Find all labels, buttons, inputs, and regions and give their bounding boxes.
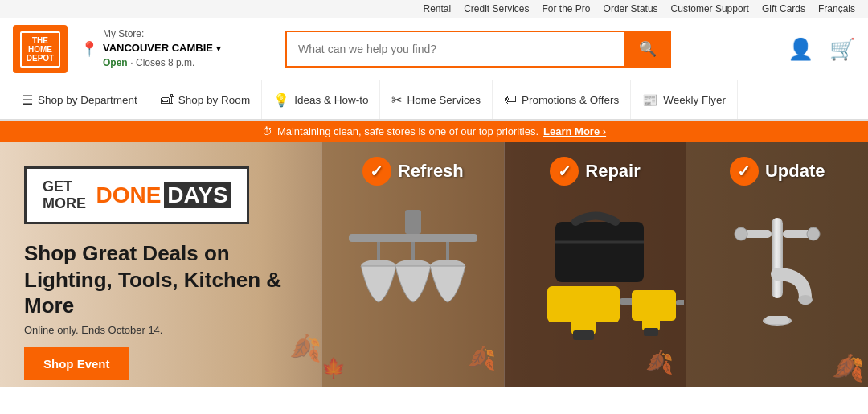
- logo-line1: THE: [27, 36, 54, 45]
- tools-svg: [507, 206, 684, 342]
- hero-left: GET MORE DONE DAYS Shop Great Deals on L…: [0, 142, 321, 387]
- alert-learn-more[interactable]: Learn More ›: [543, 125, 606, 137]
- nav-shop-by-room[interactable]: 🛋 Shop by Room: [149, 80, 262, 119]
- panel-refresh-label: ✓ Refresh: [362, 157, 464, 186]
- svg-rect-18: [772, 218, 783, 298]
- nav-promotions[interactable]: 🏷 Promotions & Offers: [493, 80, 631, 119]
- main-nav: ☰ Shop by Department 🛋 Shop by Room 💡 Id…: [0, 80, 868, 121]
- header: THE HOME DEPOT 📍 My Store: VANCOUVER CAM…: [0, 18, 868, 80]
- svg-rect-1: [349, 234, 477, 242]
- hero-subtext: Online only. Ends October 14.: [24, 324, 297, 336]
- update-product-image: [717, 202, 837, 346]
- alert-icon: ⏱: [262, 125, 272, 137]
- utility-gift-cards[interactable]: Gift Cards: [762, 3, 805, 14]
- check-update-icon: ✓: [730, 157, 759, 186]
- account-icon[interactable]: 👤: [788, 37, 813, 62]
- utility-bar: Rental Credit Services For the Pro Order…: [0, 0, 868, 18]
- utility-rental[interactable]: Rental: [423, 3, 451, 14]
- alert-banner: ⏱ Maintaining clean, safe stores is one …: [0, 121, 868, 142]
- leaf-right: 🍂: [832, 353, 864, 383]
- utility-pro[interactable]: For the Pro: [542, 3, 591, 14]
- panel-repair-label: ✓ Repair: [550, 157, 640, 186]
- alert-message: Maintaining clean, safe stores is one of…: [277, 125, 538, 137]
- store-name: VANCOUVER CAMBIE ▾: [103, 41, 221, 55]
- check-refresh-icon: ✓: [362, 157, 391, 186]
- nav-services-label: Home Services: [407, 94, 481, 106]
- repair-product-image: [507, 202, 684, 346]
- hero-panels: ✓ Refresh: [321, 142, 868, 387]
- faucet-svg: [717, 202, 837, 346]
- svg-rect-2: [377, 242, 380, 262]
- hero-section: GET MORE DONE DAYS Shop Great Deals on L…: [0, 142, 868, 387]
- nav-weekly-flyer[interactable]: 📰 Weekly Flyer: [631, 80, 738, 119]
- lighting-fixture-svg: [333, 210, 493, 338]
- promo-badge: GET MORE DONE DAYS: [24, 166, 249, 224]
- store-details: My Store: VANCOUVER CAMBIE ▾ Open · Clos…: [103, 27, 221, 70]
- logo[interactable]: THE HOME DEPOT: [13, 25, 68, 73]
- sofa-icon: 🛋: [161, 92, 174, 107]
- svg-rect-0: [405, 210, 421, 234]
- svg-point-23: [807, 227, 820, 240]
- svg-rect-17: [644, 328, 658, 336]
- hero-headline: Shop Great Deals on Lighting, Tools, Kit…: [24, 240, 297, 319]
- newspaper-icon: 📰: [642, 92, 658, 108]
- svg-rect-15: [642, 310, 660, 330]
- logo-line2: HOME: [27, 45, 54, 54]
- nav-shop-by-department[interactable]: ☰ Shop by Department: [10, 80, 149, 119]
- leaf-decoration-2: 🍂: [645, 349, 674, 375]
- hamburger-icon: ☰: [22, 92, 33, 108]
- hero-panel-refresh: ✓ Refresh: [321, 142, 504, 387]
- nav-ideas-label: Ideas & How-to: [294, 94, 368, 106]
- svg-rect-13: [573, 330, 594, 340]
- badge-done: DONE: [96, 182, 161, 208]
- utility-support[interactable]: Customer Support: [671, 3, 749, 14]
- panel-update-label: ✓ Update: [730, 157, 825, 186]
- svg-rect-8: [555, 222, 644, 282]
- utility-language[interactable]: Français: [818, 3, 855, 14]
- search-icon: 🔍: [639, 40, 657, 58]
- svg-rect-16: [676, 300, 684, 305]
- hero-panel-update: ✓ Update: [686, 142, 868, 387]
- svg-rect-25: [765, 316, 789, 324]
- shop-event-button[interactable]: Shop Event: [24, 347, 129, 380]
- nav-home-services[interactable]: ✂ Home Services: [380, 80, 493, 119]
- leaf-decoration: 🍂: [468, 345, 496, 371]
- tag-icon: 🏷: [504, 92, 517, 107]
- search-input[interactable]: [285, 31, 624, 68]
- search-button[interactable]: 🔍: [624, 31, 671, 68]
- header-icons: 👤 🛒: [788, 37, 855, 62]
- store-info[interactable]: 📍 My Store: VANCOUVER CAMBIE ▾ Open · Cl…: [80, 27, 221, 70]
- nav-promos-label: Promotions & Offers: [522, 94, 619, 106]
- scissors-icon: ✂: [391, 92, 402, 108]
- check-repair-icon: ✓: [550, 157, 579, 186]
- nav-flyer-label: Weekly Flyer: [663, 94, 726, 106]
- badge-days: DAYS: [164, 182, 231, 208]
- lightbulb-icon: 💡: [273, 92, 289, 108]
- location-icon: 📍: [80, 40, 98, 58]
- svg-point-19: [798, 295, 813, 305]
- nav-dept-label: Shop by Department: [38, 94, 137, 106]
- nav-room-label: Shop by Room: [178, 94, 250, 106]
- hero-panel-repair: ✓ Repair: [504, 142, 686, 387]
- leaf-left-2: 🍁: [321, 357, 346, 379]
- refresh-product-image: [333, 202, 493, 346]
- search-bar: 🔍: [285, 31, 671, 68]
- nav-ideas[interactable]: 💡 Ideas & How-to: [262, 80, 380, 119]
- svg-rect-4: [446, 242, 449, 262]
- svg-rect-3: [411, 242, 415, 262]
- badge-pre: GET MORE: [43, 178, 86, 212]
- utility-order-status[interactable]: Order Status: [604, 3, 658, 14]
- svg-point-21: [735, 227, 747, 240]
- utility-credit[interactable]: Credit Services: [464, 3, 529, 14]
- store-hours: Open · Closes 8 p.m.: [103, 55, 221, 70]
- my-store-label: My Store:: [103, 27, 221, 41]
- logo-line3: DEPOT: [27, 54, 54, 63]
- cart-icon[interactable]: 🛒: [829, 37, 855, 62]
